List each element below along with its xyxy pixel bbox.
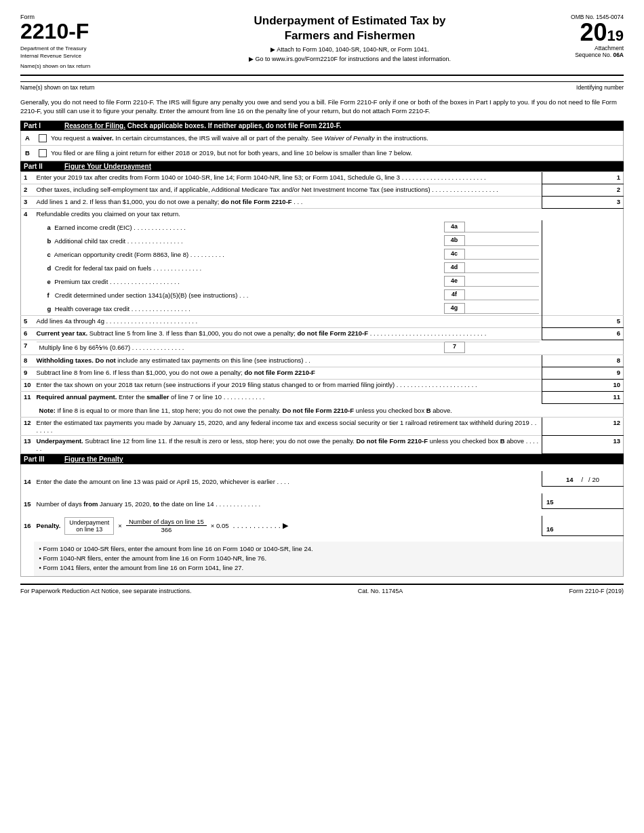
line-4e-ref: 4e (444, 277, 464, 287)
dept2: Internal Revenue Service (20, 52, 129, 60)
line-4b-ref: 4b (444, 236, 464, 246)
note-empty (21, 403, 34, 417)
line-10-answer[interactable]: 10 (542, 379, 624, 391)
line-4g-main-answer (542, 302, 624, 316)
form-footer: For Paperwork Reduction Act Notice, see … (20, 584, 624, 594)
row-b-letter: B (25, 148, 35, 157)
line-16-underpayment-label: Underpayment on line 13 (64, 517, 114, 535)
form-id-block: Form 2210-F Department of the Treasury I… (20, 14, 129, 70)
line-16-num: 16 (21, 516, 34, 536)
line-4d-sub-answer[interactable] (464, 263, 539, 273)
line-4d-main-answer (542, 261, 624, 275)
line-3-row: 3 Add lines 1 and 2. If less than $1,000… (21, 196, 624, 208)
line-4f-ref: 4f (444, 290, 464, 300)
bullet-notes-cell: • Form 1040 or 1040-SR filers, enter the… (34, 542, 624, 576)
line-3-answer[interactable]: 3 (542, 196, 624, 208)
line-4a-main-answer (542, 220, 624, 234)
line-7-row: 7 Multiply line 6 by 66⅔% (0.667) . . . … (21, 340, 624, 355)
line-14-slash2: / 20 (585, 476, 599, 483)
line-15-answer[interactable]: 15 (542, 493, 624, 509)
line-4e-desc: e Premium tax credit . . . . . . . . . .… (45, 277, 444, 287)
line-4a-empty (21, 220, 34, 234)
line-2-answer[interactable]: 2 (542, 184, 624, 196)
row-b-text: You filed or are filing a joint return f… (51, 148, 412, 157)
line-4a-desc: a Earned income credit (EIC) . . . . . .… (45, 222, 444, 232)
part3-spacer-cell (21, 464, 624, 471)
line-4c-sub-answer[interactable] (464, 249, 539, 260)
line-4f-sub-answer[interactable] (464, 290, 539, 300)
line-13-answer[interactable]: 13 (542, 435, 624, 453)
line-4c-main-answer (542, 247, 624, 261)
line-4a-sub-answer[interactable] (464, 222, 539, 232)
seq-label: Sequence No. 06A (571, 52, 624, 58)
name-label: Name(s) shown on tax return (20, 62, 129, 70)
line-13-label: Underpayment. Subtract line 12 from line… (34, 435, 542, 453)
part1-title: Reasons for Filing. Check applicable box… (64, 122, 341, 129)
checkbox-b[interactable] (39, 149, 47, 157)
dept1: Department of the Treasury (20, 45, 129, 52)
dept-info: Department of the Treasury Internal Reve… (20, 45, 129, 70)
line-15-spacer (21, 509, 624, 516)
line-8-label: Withholding taxes. Do not include any es… (34, 354, 542, 367)
line-9-label: Subtract line 8 from line 6. If less tha… (34, 367, 542, 379)
line-4g-empty (21, 302, 34, 316)
line-11-answer[interactable]: 11 (542, 391, 624, 403)
line-7-num: 7 (21, 340, 34, 355)
line-14-ref: 14 (566, 476, 573, 483)
name-id-row: Name(s) shown on tax return Identifying … (20, 81, 624, 91)
line-15-row: 15 Number of days from January 15, 2020,… (21, 493, 624, 509)
line-14-spacer-cell (21, 487, 624, 493)
checkbox-a[interactable] (39, 134, 47, 142)
line-4b-sub-answer[interactable] (464, 236, 539, 246)
line-4-row: 4 Refundable credits you claimed on your… (21, 208, 624, 220)
bullet-notes-row: • Form 1040 or 1040-SR filers, enter the… (21, 542, 624, 576)
line-5-answer[interactable]: 5 (542, 316, 624, 328)
times-symbol: × (118, 522, 122, 529)
line-4e-row: e Premium tax credit . . . . . . . . . .… (21, 275, 624, 288)
fraction-numerator: Number of days on line 15 (126, 518, 207, 526)
line-6-answer[interactable]: 6 (542, 328, 624, 340)
line-1-answer[interactable]: 1 (542, 171, 624, 184)
line-1-num: 1 (21, 171, 34, 184)
line-4c-empty (21, 247, 34, 261)
form-number: 2210-F (20, 20, 129, 42)
line-12-label: Enter the estimated tax payments you mad… (34, 417, 542, 435)
fraction-block: Number of days on line 15 366 (126, 518, 207, 533)
line-7-sub-answer[interactable] (465, 342, 540, 353)
omb-area: OMB No. 1545-0074 2019 Attachment Sequen… (571, 14, 624, 58)
line-4c-label: c American opportunity credit (Form 8863… (34, 247, 542, 261)
line-2-num: 2 (21, 184, 34, 196)
part3-header: Part III Figure the Penalty (20, 454, 624, 464)
bullet-2: • Form 1040-NR filers, enter the amount … (39, 554, 618, 563)
line-14-answer[interactable]: 14 / / 20 (542, 471, 624, 487)
line-3-num: 3 (21, 196, 34, 208)
line-14-row: 14 Enter the date the amount on line 13 … (21, 471, 624, 487)
line-16-answer[interactable]: 16 (542, 516, 624, 536)
line-1-row: 1 Enter your 2019 tax after credits from… (21, 171, 624, 184)
line-7-label: Multiply line 6 by 66⅔% (0.667) . . . . … (34, 340, 542, 355)
line-16-spacer-cell (21, 536, 624, 542)
line-4c-row: c American opportunity credit (Form 8863… (21, 247, 624, 261)
line-9-answer[interactable]: 9 (542, 367, 624, 379)
arrow-symbol: . . . . . . . . . . . . ▶ (233, 521, 288, 530)
part3-spacer (21, 464, 624, 471)
line-12-num: 12 (21, 417, 34, 435)
line-14-spacer (21, 487, 624, 493)
footer-form-ref: Form 2210-F (2019) (569, 588, 624, 594)
intro-text: Generally, you do not need to file Form … (20, 98, 624, 116)
fraction-denominator: 366 (158, 526, 174, 533)
line-4g-sub-answer[interactable] (464, 304, 539, 314)
line-4e-sub-answer[interactable] (464, 277, 539, 287)
line-12-answer[interactable]: 12 (542, 417, 624, 435)
row-a-letter: A (25, 134, 35, 142)
line-11-num: 11 (21, 391, 34, 403)
line-4d-desc: d Credit for federal tax paid on fuels .… (45, 263, 444, 273)
line-4f-label: f Credit determined under section 1341(a… (34, 288, 542, 302)
note-text: Note: If line 8 is equal to or more than… (34, 403, 624, 417)
line-7-desc: Multiply line 6 by 66⅔% (0.667) . . . . … (37, 342, 445, 353)
line-8-answer[interactable]: 8 (542, 354, 624, 367)
line-4d-row: d Credit for federal tax paid on fuels .… (21, 261, 624, 275)
line-4f-empty (21, 288, 34, 302)
line-13-row: 13 Underpayment. Subtract line 12 from l… (21, 435, 624, 453)
bullet-3: • Form 1041 filers, enter the amount fro… (39, 563, 618, 573)
